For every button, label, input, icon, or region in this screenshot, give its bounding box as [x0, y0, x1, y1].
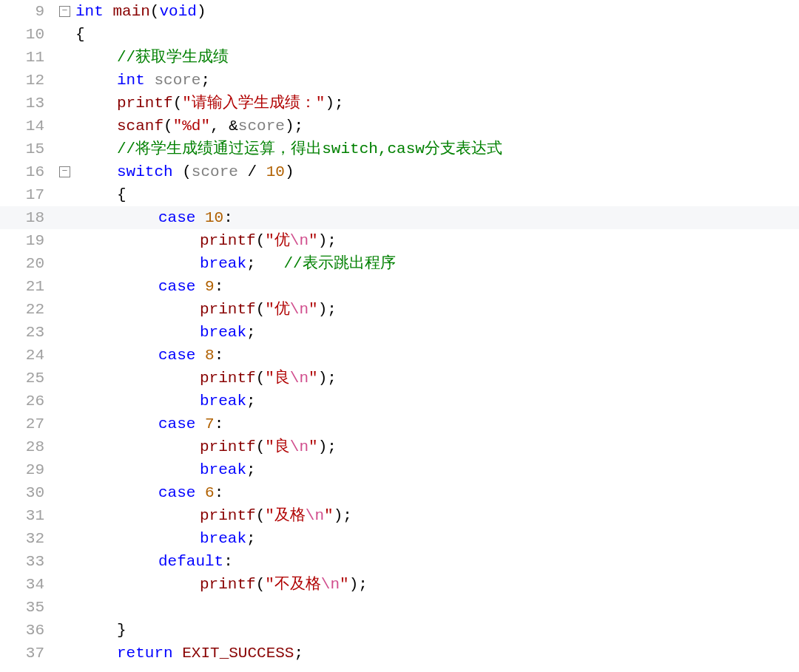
code-line[interactable]: 36} — [0, 619, 799, 642]
code-line[interactable]: 34printf("不及格\n"); — [0, 573, 799, 596]
code-content[interactable]: break; — [200, 527, 799, 550]
token-pn: ( — [256, 370, 266, 387]
code-line[interactable]: 24case 8: — [0, 344, 799, 367]
token-kw: break — [200, 530, 246, 547]
line-number: 24 — [0, 344, 50, 367]
code-content[interactable]: case 10: — [158, 206, 799, 229]
line-number: 34 — [0, 573, 50, 596]
code-content[interactable]: { — [117, 183, 799, 206]
code-line[interactable]: 9−int main(void) — [0, 0, 799, 23]
code-content[interactable]: default: — [158, 550, 799, 573]
code-content[interactable]: return EXIT_SUCCESS; — [117, 642, 799, 665]
code-content[interactable]: //获取学生成绩 — [117, 46, 799, 69]
code-content[interactable]: break; //表示跳出程序 — [200, 252, 799, 275]
token-str: " — [309, 438, 318, 455]
code-line[interactable]: 32break; — [0, 527, 799, 550]
code-content[interactable]: break; — [200, 390, 799, 413]
token-num: 7 — [205, 415, 215, 432]
code-line[interactable]: 35 — [0, 596, 799, 619]
code-line[interactable]: 27case 7: — [0, 413, 799, 435]
code-line[interactable]: 16−switch (score / 10) — [0, 160, 799, 183]
token-fn: printf — [200, 301, 256, 318]
fold-toggle-icon[interactable]: − — [59, 6, 70, 17]
code-line[interactable]: 15//将学生成绩通过运算，得出switch,casw分支表达式 — [0, 138, 799, 160]
code-content[interactable]: case 8: — [158, 344, 799, 367]
code-content[interactable]: printf("优\n"); — [200, 229, 799, 252]
token-fn: printf — [200, 232, 256, 249]
token-esc: \n — [290, 232, 309, 249]
code-content[interactable]: case 7: — [158, 413, 799, 435]
code-line[interactable]: 22printf("优\n"); — [0, 298, 799, 321]
code-content[interactable]: int main(void) — [75, 0, 799, 23]
token-pn: : — [215, 347, 224, 364]
token-esc: \n — [290, 438, 309, 455]
token-op: / — [238, 163, 266, 180]
code-line[interactable]: 25printf("良\n"); — [0, 367, 799, 390]
token-str: " — [309, 301, 318, 318]
fold-toggle-icon[interactable]: − — [59, 166, 70, 177]
line-number: 13 — [0, 92, 50, 115]
code-line[interactable]: 30case 6: — [0, 481, 799, 504]
code-line[interactable]: 18case 10: — [0, 206, 799, 229]
line-number: 16 — [0, 160, 50, 183]
code-line[interactable]: 26break; — [0, 390, 799, 413]
code-content[interactable]: switch (score / 10) — [117, 160, 799, 183]
token-cmt: switch,casw — [322, 140, 425, 157]
token-str: "及格 — [265, 507, 306, 524]
code-content[interactable]: printf("不及格\n"); — [200, 573, 799, 596]
line-number: 26 — [0, 390, 50, 413]
code-line[interactable]: 29break; — [0, 458, 799, 481]
line-number: 15 — [0, 138, 50, 160]
code-line[interactable]: 31printf("及格\n"); — [0, 504, 799, 527]
code-line[interactable]: 19printf("优\n"); — [0, 229, 799, 252]
code-line[interactable]: 17{ — [0, 183, 799, 206]
code-content[interactable]: case 9: — [158, 275, 799, 298]
token-pn: ; — [334, 95, 344, 112]
code-line[interactable]: 13printf("请输入学生成绩："); — [0, 92, 799, 115]
line-number: 19 — [0, 229, 50, 252]
code-line[interactable]: 14scanf("%d", &score); — [0, 115, 799, 138]
token-pn: : — [215, 278, 224, 295]
line-number: 27 — [0, 413, 50, 435]
code-content[interactable]: break; — [200, 458, 799, 481]
line-number: 32 — [0, 527, 50, 550]
code-content[interactable]: break; — [200, 321, 799, 344]
token-pn: ( — [256, 576, 266, 593]
code-content[interactable]: { — [75, 23, 799, 46]
line-number: 28 — [0, 435, 50, 458]
code-content[interactable]: scanf("%d", &score); — [117, 115, 799, 138]
code-line[interactable]: 11//获取学生成绩 — [0, 46, 799, 69]
code-line[interactable]: 10{ — [0, 23, 799, 46]
token-esc: \n — [290, 301, 309, 318]
code-content[interactable]: printf("请输入学生成绩："); — [117, 92, 799, 115]
token-num: 9 — [205, 278, 215, 295]
code-line[interactable]: 21case 9: — [0, 275, 799, 298]
code-content[interactable]: //将学生成绩通过运算，得出switch,casw分支表达式 — [117, 138, 799, 160]
code-editor[interactable]: 9−int main(void)10{11//获取学生成绩12int score… — [0, 0, 799, 665]
code-line[interactable]: 12int score; — [0, 69, 799, 92]
code-line[interactable]: 20break; //表示跳出程序 — [0, 252, 799, 275]
token-pn: ) — [197, 3, 206, 20]
token-cmt: 分支表达式 — [425, 140, 502, 157]
code-line[interactable]: 33default: — [0, 550, 799, 573]
token-pn: ; — [246, 461, 256, 478]
line-number: 9 — [0, 0, 50, 23]
token-kw: return — [117, 645, 182, 662]
code-content[interactable]: printf("良\n"); — [200, 435, 799, 458]
code-line[interactable]: 37return EXIT_SUCCESS; — [0, 642, 799, 665]
code-line[interactable]: 28printf("良\n"); — [0, 435, 799, 458]
code-content[interactable]: printf("优\n"); — [200, 298, 799, 321]
token-esc: \n — [290, 370, 309, 387]
token-kw: case — [158, 278, 205, 295]
token-kw: break — [200, 393, 246, 410]
code-line[interactable]: 23break; — [0, 321, 799, 344]
code-content[interactable]: case 6: — [158, 481, 799, 504]
token-cmt: //获取学生成绩 — [117, 49, 229, 66]
token-kw: break — [200, 255, 246, 272]
token-pn: ( — [256, 507, 266, 524]
code-content[interactable]: int score; — [117, 69, 799, 92]
code-content[interactable]: } — [117, 619, 799, 642]
line-number: 20 — [0, 252, 50, 275]
code-content[interactable]: printf("良\n"); — [200, 367, 799, 390]
code-content[interactable]: printf("及格\n"); — [200, 504, 799, 527]
